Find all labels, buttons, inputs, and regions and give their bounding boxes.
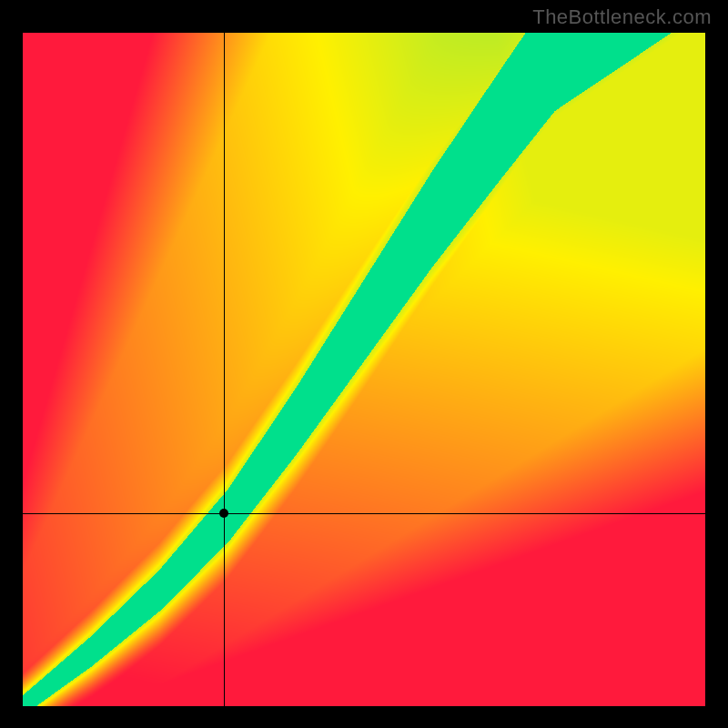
chart-stage: TheBottleneck.com <box>0 0 728 728</box>
crosshair-vertical <box>224 33 225 706</box>
crosshair-horizontal <box>23 513 705 514</box>
heatmap-plot <box>23 33 705 706</box>
heatmap-canvas <box>23 33 705 706</box>
watermark-text: TheBottleneck.com <box>532 5 712 29</box>
